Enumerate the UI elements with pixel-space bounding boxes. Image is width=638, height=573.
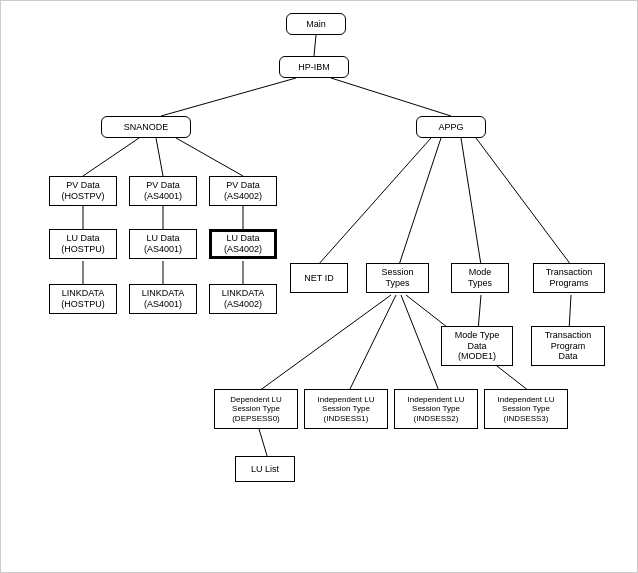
- node-ind-lu1: Independent LU Session Type (INDSESS1): [304, 389, 388, 429]
- node-lu-list: LU List: [235, 456, 295, 482]
- node-lkd-hostpu: LINKDATA (HOSTPU): [49, 284, 117, 314]
- node-session-types: Session Types: [366, 263, 429, 293]
- node-appg: APPG: [416, 116, 486, 138]
- node-ind-lu3: Independent LU Session Type (INDSESS3): [484, 389, 568, 429]
- svg-line-1: [161, 78, 296, 116]
- diagram-canvas: Main HP-IBM SNANODE APPG PV Data (HOSTPV…: [0, 0, 638, 573]
- svg-line-18: [259, 295, 391, 391]
- svg-line-15: [476, 138, 571, 265]
- node-net-id: NET ID: [290, 263, 348, 293]
- svg-line-3: [83, 138, 139, 176]
- node-pv-as4001: PV Data (AS4001): [129, 176, 197, 206]
- node-mode-types: Mode Types: [451, 263, 509, 293]
- node-lu-hostpu: LU Data (HOSTPU): [49, 229, 117, 259]
- svg-line-20: [401, 295, 439, 391]
- svg-line-5: [176, 138, 243, 176]
- node-lu-as4001: LU Data (AS4001): [129, 229, 197, 259]
- svg-line-22: [259, 429, 268, 459]
- node-pv-hostpv: PV Data (HOSTPV): [49, 176, 117, 206]
- node-transaction-program-data: Transaction Program Data: [531, 326, 605, 366]
- svg-line-19: [349, 295, 396, 391]
- svg-line-4: [156, 138, 163, 176]
- node-lkd-as4002: LINKDATA (AS4002): [209, 284, 277, 314]
- svg-line-12: [318, 138, 431, 265]
- svg-line-0: [314, 35, 316, 56]
- node-main: Main: [286, 13, 346, 35]
- node-mode-type-data: Mode Type Data (MODE1): [441, 326, 513, 366]
- svg-line-13: [399, 138, 441, 265]
- node-pv-as4002: PV Data (AS4002): [209, 176, 277, 206]
- node-dep-lu: Dependent LU Session Type (DEPSESS0): [214, 389, 298, 429]
- node-hp-ibm: HP-IBM: [279, 56, 349, 78]
- node-transaction-programs: Transaction Programs: [533, 263, 605, 293]
- node-lu-as4002: LU Data (AS4002): [209, 229, 277, 259]
- svg-line-2: [331, 78, 451, 116]
- node-ind-lu2: Independent LU Session Type (INDSESS2): [394, 389, 478, 429]
- svg-line-14: [461, 138, 481, 265]
- node-lkd-as4001: LINKDATA (AS4001): [129, 284, 197, 314]
- node-snanode: SNANODE: [101, 116, 191, 138]
